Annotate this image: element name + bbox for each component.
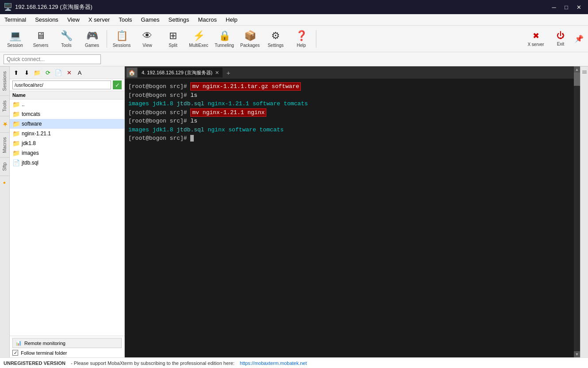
tools-label: Tools [61,43,71,48]
maximize-button[interactable]: □ [561,2,572,12]
file-tree-item-software[interactable]: 📁 software [10,119,124,129]
follow-folder-option[interactable]: ✓ Follow terminal folder [12,350,122,356]
folder-icon: 📁 [12,140,20,147]
file-panel-font-btn[interactable]: A [75,68,85,77]
terminal-line-6: images jdk1.8 jtdb.sql nginx software to… [128,126,570,134]
xserver-button[interactable]: ✖ X server [523,27,548,50]
packages-button[interactable]: 📦 Packages [238,27,262,50]
multiexec-label: MultiExec [189,43,208,48]
games-button[interactable]: 🎮 Games [80,27,104,50]
follow-folder-checkbox[interactable]: ✓ [12,350,18,356]
file-tree-item-images[interactable]: 📁 images [10,148,124,158]
scroll-thumb[interactable] [574,73,580,86]
session-icon: 💻 [9,30,21,42]
scrollbar[interactable]: ▲ ▼ [574,66,580,357]
tools-button[interactable]: 🔧 Tools [54,27,79,50]
file-panel-newfolder-btn[interactable]: 📁 [32,68,42,77]
side-label-macros[interactable]: Macros [0,132,9,157]
file-tree-item-tomcats[interactable]: 📁 tomcats [10,109,124,119]
status-bar: UNREGISTERED VERSION - Please support Mo… [0,357,588,368]
window-title: 192.168.126.129 (京淘服务器) [15,3,548,11]
term-cmd-2: ls [190,92,197,99]
file-tree-item-nginx[interactable]: 📁 nginx-1.21.1 [10,129,124,138]
session-button[interactable]: 💻 Session [3,27,27,50]
menu-terminal[interactable]: Terminal [0,14,31,25]
side-label-sessions[interactable]: Sessions [0,66,9,96]
file-panel-download-btn[interactable]: ⬇ [22,68,31,77]
quick-connect-input[interactable] [4,54,101,64]
scroll-down-arrow[interactable]: ▼ [574,351,580,357]
ls-item-tomcats-2: tomcats [260,126,284,133]
menu-settings[interactable]: Settings [164,14,194,25]
side-label-favorites[interactable]: ★ [0,116,9,132]
minimize-button[interactable]: ─ [548,2,560,12]
scroll-up-arrow[interactable]: ▲ [574,66,580,73]
menu-xserver[interactable]: X server [84,14,114,25]
pin-icon[interactable]: 📌 [573,33,585,45]
ls-space [280,100,284,107]
add-tab-button[interactable]: + [223,68,233,77]
terminal-content[interactable]: [root@bogon src]# mv nginx-1.21.1.tar.gz… [125,79,574,357]
menu-sessions[interactable]: Sessions [31,14,63,25]
scroll-track[interactable] [574,73,580,351]
terminal-line-7: [root@bogon src]# [128,134,570,143]
sessions-button[interactable]: 📋 Sessions [109,27,134,50]
help-button[interactable]: ❓ Help [289,27,314,50]
file-tree-item-parent[interactable]: 📁 .. [10,100,124,109]
follow-folder-label: Follow terminal folder [21,350,67,356]
servers-button[interactable]: 🖥 Servers [28,27,53,50]
tab-bar: 🏠 4. 192.168.126.129 (京淘服务器) ✕ + [125,66,574,79]
terminal-tab-active[interactable]: 4. 192.168.126.129 (京淘服务器) ✕ [138,68,223,77]
menu-view[interactable]: View [63,14,84,25]
file-tree-item-jtdb[interactable]: 📄 jtdb.sql [10,158,124,168]
side-label-sftp[interactable]: Sftp [0,157,9,176]
remote-monitoring-button[interactable]: 📊 Remote monitoring [12,338,122,348]
tunneling-button[interactable]: 🔒 Tunneling [212,27,237,50]
menu-help[interactable]: Help [221,14,242,25]
settings-label: Settings [268,43,284,48]
path-input[interactable] [12,80,111,89]
view-button[interactable]: 👁 View [135,27,160,50]
terminal-line-5: [root@bogon src]# ls [128,117,570,126]
term-cmd-highlight-1: mv nginx-1.21.1.tar.gz software [190,82,301,91]
right-panel-tab-1[interactable]: ||| [580,66,588,77]
side-label-tools[interactable]: Tools [0,96,9,116]
side-labels: Sessions Tools ★ Macros Sftp ● [0,66,10,357]
tab-close-button[interactable]: ✕ [215,70,219,76]
multiexec-button[interactable]: ⚡ MultiExec [186,27,211,50]
tunneling-label: Tunneling [215,43,234,48]
side-label-dot[interactable]: ● [0,176,9,190]
file-panel: ⬆ ⬇ 📁 ⟳ 📄 ✕ A ✓ Name 📁 .. 📁 tomcats [10,66,125,357]
term-prompt-4: [root@bogon src]# [128,109,190,116]
xserver-label: X server [527,42,544,47]
help-icon: ❓ [296,30,307,42]
file-panel-newfile-btn[interactable]: 📄 [54,68,63,77]
help-label: Help [297,43,306,48]
close-button[interactable]: ✕ [573,2,584,12]
menu-tools[interactable]: Tools [114,14,136,25]
view-label: View [142,43,152,48]
terminal-area: 🏠 4. 192.168.126.129 (京淘服务器) ✕ + [root@b… [125,66,574,357]
menu-games[interactable]: Games [137,14,164,25]
path-ok-button[interactable]: ✓ [113,80,122,89]
status-link[interactable]: https://mobaxterm.mobatek.net [240,360,307,366]
menu-macros[interactable]: Macros [193,14,221,25]
toolbar: 💻 Session 🖥 Servers 🔧 Tools 🎮 Games 📋 Se… [0,26,588,52]
file-panel-delete-btn[interactable]: ✕ [64,68,74,77]
file-panel-toolbar: ⬆ ⬇ 📁 ⟳ 📄 ✕ A [10,66,124,79]
unregistered-label: UNREGISTERED VERSION [4,360,65,366]
terminal-line-1: [root@bogon src]# mv nginx-1.21.1.tar.gz… [128,82,570,91]
view-icon: 👁 [142,30,152,42]
split-label: Split [169,43,177,48]
file-tree-item-label: tomcats [22,111,40,117]
multiexec-icon: ⚡ [193,30,205,42]
settings-button[interactable]: ⚙ Settings [263,27,288,50]
main-layout: Sessions Tools ★ Macros Sftp ● ⬆ ⬇ 📁 ⟳ 📄… [0,66,588,357]
split-button[interactable]: ⊞ Split [161,27,185,50]
tab-home-button[interactable]: 🏠 [127,68,137,77]
file-panel-refresh-btn[interactable]: ⟳ [43,68,53,77]
file-tree-item-jdk[interactable]: 📁 jdk1.8 [10,138,124,148]
exit-button[interactable]: ⏻ Exit [548,27,573,50]
file-panel-upload-btn[interactable]: ⬆ [11,68,21,77]
ls-item-software-1: software [253,100,280,107]
